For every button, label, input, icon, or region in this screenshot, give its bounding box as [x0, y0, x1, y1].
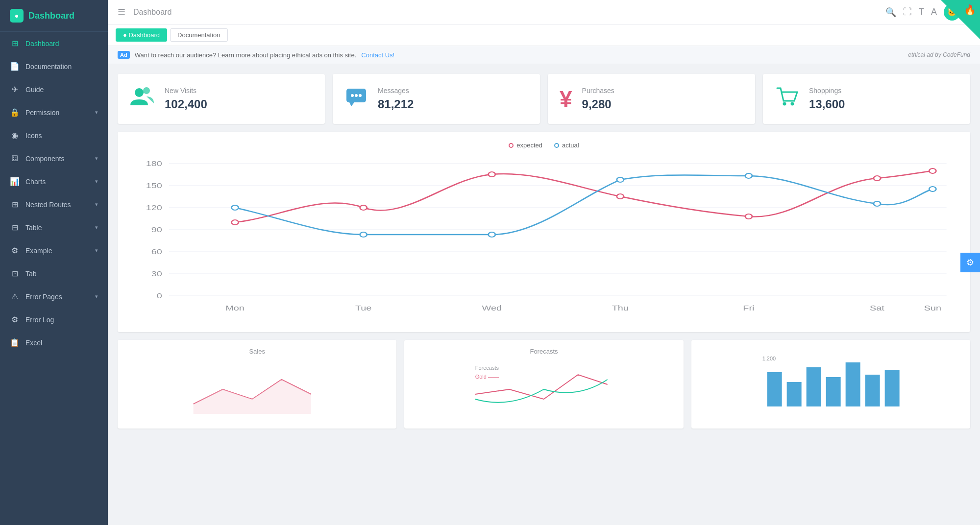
- svg-point-38: [360, 232, 367, 237]
- tab-documentation[interactable]: Documentation: [170, 28, 227, 42]
- sidebar-item-nested-routes[interactable]: ⊞ Nested Routes ▾: [0, 193, 108, 216]
- sidebar-item-guide[interactable]: ✈ Guide: [0, 78, 108, 101]
- sidebar-label-guide: Guide: [25, 86, 44, 94]
- permission-icon: 🔒: [10, 108, 20, 117]
- sales-chart-title: Sales: [125, 348, 389, 355]
- sidebar-label-charts: Charts: [25, 178, 46, 186]
- font-size-icon[interactable]: T: [919, 7, 924, 17]
- svg-point-4: [355, 94, 358, 97]
- sidebar-item-table[interactable]: ⊟ Table ▾: [0, 216, 108, 239]
- tabs-bar: ● Dashboard Documentation: [108, 24, 980, 46]
- stat-value-new-visits: 102,400: [165, 97, 207, 111]
- sidebar-item-error-pages[interactable]: ⚠ Error Pages ▾: [0, 285, 108, 308]
- sidebar-logo-text: Dashboard: [28, 11, 74, 21]
- sidebar-item-charts[interactable]: 📊 Charts ▾: [0, 170, 108, 193]
- logo-icon: ●: [10, 9, 24, 23]
- chevron-down-icon-5: ▾: [95, 224, 98, 231]
- stat-card-new-visits: New Visits 102,400: [118, 74, 325, 124]
- sidebar-item-components[interactable]: ⚃ Components ▾: [0, 147, 108, 170]
- chevron-down-icon-7: ▾: [95, 293, 98, 300]
- stat-value-purchases: 9,280: [582, 97, 614, 111]
- sidebar-logo[interactable]: ● Dashboard: [0, 0, 108, 32]
- sidebar-item-error-log[interactable]: ⚙ Error Log: [0, 308, 108, 331]
- legend-actual: actual: [554, 142, 579, 149]
- header-title: Dashboard: [133, 8, 172, 17]
- svg-point-33: [617, 194, 624, 199]
- svg-rect-52: [865, 375, 880, 406]
- sidebar-label-example: Example: [25, 247, 52, 255]
- ad-badge: Ad: [118, 51, 130, 59]
- sidebar-item-tab[interactable]: ⊡ Tab: [0, 262, 108, 285]
- svg-point-31: [360, 205, 367, 210]
- svg-rect-49: [806, 367, 821, 406]
- stat-label-purchases: Purchases: [582, 87, 614, 95]
- sidebar-item-permission[interactable]: 🔒 Permission ▾: [0, 101, 108, 124]
- svg-point-41: [745, 173, 752, 178]
- stat-label-shoppings: Shoppings: [809, 87, 845, 95]
- sidebar-item-dashboard[interactable]: ⊞ Dashboard: [0, 32, 108, 55]
- purchases-icon: ¥: [560, 88, 572, 110]
- sidebar-item-documentation[interactable]: 📄 Documentation: [0, 55, 108, 78]
- svg-text:150: 150: [146, 182, 162, 190]
- legend-expected: expected: [509, 142, 542, 149]
- svg-point-39: [489, 232, 495, 237]
- table-icon: ⊟: [10, 223, 20, 232]
- ad-text: Want to reach our audience? Learn more a…: [135, 51, 357, 59]
- svg-text:60: 60: [151, 248, 162, 256]
- sales-chart-card: Sales: [118, 340, 396, 429]
- settings-fab[interactable]: ⚙: [960, 253, 980, 272]
- svg-point-1: [143, 87, 150, 94]
- svg-rect-51: [845, 362, 860, 406]
- svg-text:Sun: Sun: [924, 304, 941, 312]
- sidebar-item-excel[interactable]: 📋 Excel: [0, 331, 108, 354]
- svg-text:180: 180: [146, 160, 162, 167]
- svg-text:Tue: Tue: [355, 304, 371, 312]
- chart-legend: expected actual: [127, 142, 960, 149]
- stat-card-shoppings: Shoppings 13,600: [763, 74, 970, 124]
- svg-point-42: [874, 201, 881, 206]
- chevron-down-icon: ▾: [95, 109, 98, 116]
- sidebar-label-excel: Excel: [25, 339, 42, 347]
- line-chart-container: expected actual 180: [118, 132, 970, 332]
- svg-text:Wed: Wed: [482, 304, 502, 312]
- svg-text:30: 30: [151, 270, 162, 278]
- svg-text:Gold ——: Gold ——: [475, 374, 499, 380]
- chevron-down-icon-2: ▾: [95, 155, 98, 162]
- top-triangle-icon[interactable]: 🔥: [964, 4, 976, 16]
- svg-text:Mon: Mon: [225, 304, 245, 312]
- svg-rect-48: [786, 382, 801, 406]
- sidebar-item-example[interactable]: ⚙ Example ▾: [0, 239, 108, 262]
- search-icon[interactable]: 🔍: [885, 7, 896, 18]
- nested-routes-icon: ⊞: [10, 200, 20, 209]
- header-left: ☰ Dashboard: [118, 7, 172, 18]
- ad-attribution: ethical ad by CodeFund: [908, 51, 970, 58]
- stat-card-purchases: ¥ Purchases 9,280: [548, 74, 755, 124]
- new-visits-icon: [129, 84, 155, 114]
- svg-point-37: [232, 205, 239, 210]
- messages-icon: [344, 85, 368, 113]
- sales-chart-svg: [125, 360, 389, 419]
- svg-point-35: [874, 176, 881, 181]
- ad-link[interactable]: Contact Us!: [361, 51, 394, 59]
- fullscreen-icon[interactable]: ⛶: [903, 7, 912, 17]
- guide-icon: ✈: [10, 85, 20, 94]
- icons-icon: ◉: [10, 131, 20, 140]
- svg-text:Forecasts: Forecasts: [475, 365, 499, 371]
- svg-point-7: [791, 102, 794, 106]
- error-log-icon: ⚙: [10, 315, 20, 324]
- sidebar-label-error-log: Error Log: [25, 316, 54, 324]
- chevron-down-icon-4: ▾: [95, 201, 98, 208]
- svg-rect-53: [884, 370, 899, 406]
- sidebar-label-dashboard: Dashboard: [25, 40, 59, 48]
- stat-info-purchases: Purchases 9,280: [582, 87, 614, 111]
- example-icon: ⚙: [10, 246, 20, 255]
- ad-banner: Ad Want to reach our audience? Learn mor…: [108, 46, 980, 64]
- tab-dashboard[interactable]: ● Dashboard: [116, 28, 167, 42]
- svg-point-6: [783, 102, 786, 106]
- sidebar-item-icons[interactable]: ◉ Icons: [0, 124, 108, 147]
- sidebar-label-icons: Icons: [25, 132, 42, 140]
- sidebar-label-components: Components: [25, 155, 64, 163]
- stat-card-messages: Messages 81,212: [333, 74, 540, 124]
- language-icon[interactable]: A: [931, 7, 937, 17]
- hamburger-icon[interactable]: ☰: [118, 7, 125, 18]
